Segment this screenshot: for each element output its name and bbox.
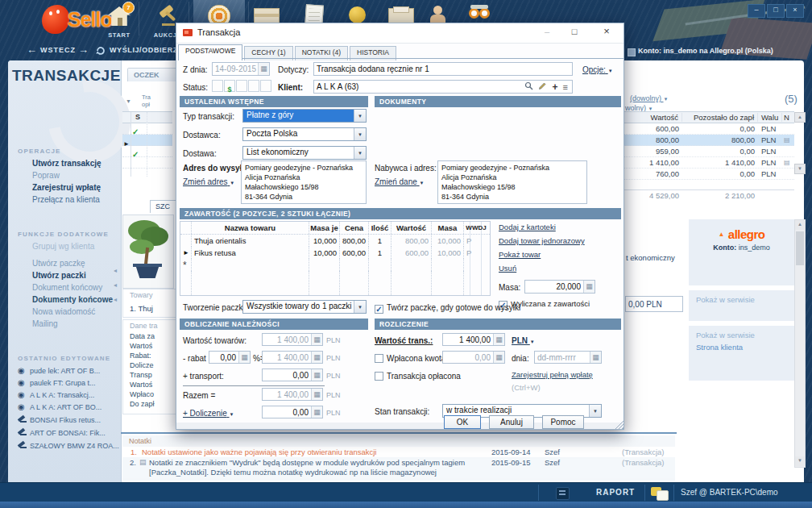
pokaz-towar-link[interactable]: Pokaż towar xyxy=(499,250,541,259)
checkbox-unchecked-icon[interactable] xyxy=(375,372,383,381)
sync-icon[interactable] xyxy=(95,44,106,59)
dialog-minimize-button[interactable]: – xyxy=(533,23,561,41)
chevron-down-icon[interactable]: ▼ xyxy=(354,301,366,313)
item-row-2-selected[interactable]: ► Fikus retusa 10,000 600,00 1 600,00 10… xyxy=(180,247,490,259)
dialog-maximize-button[interactable]: □ xyxy=(561,23,588,41)
chevron-down-icon[interactable]: ▼ xyxy=(354,110,366,122)
collapse-arrow-icon[interactable]: ◂ xyxy=(114,296,117,303)
scroll-up-button[interactable]: ▲ xyxy=(794,112,806,123)
search-icon[interactable] xyxy=(522,81,536,92)
main-scrollbar[interactable]: ▲ xyxy=(794,219,806,468)
recent-item-7[interactable]: SZAŁOWY BMW Z4 ROA... xyxy=(30,442,119,450)
klient-field[interactable]: A L K A (63) + ≡ xyxy=(313,80,573,94)
filter-icon[interactable]: ▼ xyxy=(126,98,131,104)
usun-link[interactable]: Usuń xyxy=(499,264,516,273)
checkbox-checked-icon[interactable]: ✓ xyxy=(375,305,383,314)
collapse-arrow-icon[interactable]: ◂ xyxy=(114,281,117,289)
zarejestruj-wplate-link[interactable]: Zarejestruj pełną wpłatę xyxy=(512,370,593,379)
table-row[interactable]: 1 410,00 1 410,00 PLN ▤ xyxy=(624,157,794,169)
window-maximize-button[interactable]: □ xyxy=(767,4,785,18)
item-row-new[interactable]: * xyxy=(180,259,490,271)
status-flag-4[interactable] xyxy=(248,80,259,92)
recent-item-5[interactable]: BONSAI Fikus retus... xyxy=(30,416,101,424)
scroll-up-button[interactable]: ▲ xyxy=(795,220,805,230)
dotyczy-field[interactable]: Transakcja dodana ręcznie nr 1 xyxy=(313,62,573,76)
chat-icon[interactable] xyxy=(651,486,672,499)
wartosc-trans-field[interactable]: 1 400,00▦ xyxy=(442,333,505,346)
tab-oczekujace[interactable]: OCZEK xyxy=(127,68,177,81)
checkbox-unchecked-icon[interactable] xyxy=(375,354,383,363)
recent-item-2[interactable]: paulek FT: Grupa t... xyxy=(30,379,96,387)
dodaj-towar-jednorazowy-link[interactable]: Dodaj towar jednorazowy xyxy=(499,236,585,245)
calculator-icon[interactable]: ▦ xyxy=(493,334,504,345)
recent-item-3[interactable]: A L K A: Transakcj... xyxy=(30,391,94,399)
towary-item[interactable]: 1. Thuj xyxy=(130,304,153,313)
masa-field[interactable]: 20,000▦ xyxy=(524,280,595,294)
wplacona-checkbox[interactable]: Wpłacona kwota: xyxy=(375,354,448,363)
table-row[interactable]: 959,00 0,00 PLN xyxy=(624,146,794,157)
calculator-icon[interactable]: ▦ xyxy=(311,406,322,418)
status-flag-paid[interactable]: $ xyxy=(224,80,235,92)
recent-item-1[interactable]: pude lek: ART OF B... xyxy=(30,367,100,375)
item-row-1[interactable]: Thuja orientalis 10,000 800,00 1 800,00 … xyxy=(180,235,490,247)
tworzenie-paczki-select[interactable]: Wszystkie towary do 1 paczki▼ xyxy=(242,300,367,314)
dodaj-z-kartoteki-link[interactable]: Dodaj z kartoteki xyxy=(499,223,556,231)
sidebar-item-utworz-paczki[interactable]: Utwórz paczki xyxy=(32,271,86,280)
raport-button[interactable]: RAPORT xyxy=(596,488,635,497)
rabat-field[interactable]: 0,00▦ xyxy=(209,351,251,364)
collapse-arrow-icon[interactable]: ◂ xyxy=(114,267,117,274)
sidebar-item-zarejestruj-wplate[interactable]: Zarejestruj wpłatę xyxy=(32,183,101,192)
chevron-down-icon[interactable]: ▼ xyxy=(589,405,601,417)
list-filter-1[interactable]: (dowolny) ▼ xyxy=(630,94,668,102)
status-flag-3[interactable] xyxy=(236,80,247,92)
note-row-1[interactable]: 1. Notatki ustawione jako ważne pojawiaj… xyxy=(122,447,675,457)
sidebar-item-utworz-transakcje[interactable]: Utwórz transakcję xyxy=(32,159,102,168)
pomoc-button[interactable]: Pomoc xyxy=(542,415,584,429)
scroll-down-button[interactable]: ▼ xyxy=(794,164,806,174)
dostawa-select[interactable]: List ekonomiczny▼ xyxy=(242,146,367,160)
note-row-2[interactable]: 2. ▤ Notatki ze znacznikiem "Wydruk" będ… xyxy=(122,457,675,478)
ok-button[interactable]: OK xyxy=(444,415,481,429)
sidebar-item-mailing[interactable]: Mailing xyxy=(32,319,58,328)
calculator-icon[interactable]: ▦ xyxy=(238,352,250,363)
anuluj-button[interactable]: Anuluj xyxy=(489,415,534,429)
calculator-icon[interactable]: ▦ xyxy=(311,369,322,381)
edit-pencil-icon[interactable] xyxy=(536,81,549,92)
list-icon[interactable]: ≡ xyxy=(561,82,572,92)
chevron-down-icon[interactable]: ▼ xyxy=(354,147,366,159)
sidebar-item-utworz-paczke[interactable]: Utwórz paczkę xyxy=(32,259,85,268)
window-close-button[interactable]: × xyxy=(786,4,804,18)
transport-field[interactable]: 0,00▦ xyxy=(262,369,323,381)
scroll-thumb[interactable] xyxy=(796,231,804,265)
sidebar-item-dokumenty-koncowe[interactable]: Dokumenty końcowe xyxy=(32,295,113,304)
sidebar-item-grupuj[interactable]: Grupuj wg klienta xyxy=(32,242,94,251)
opcje-link[interactable]: Opcje: ▼ xyxy=(582,65,613,74)
show-in-service-link-2[interactable]: Pokaż w serwisie xyxy=(696,331,755,339)
typ-transakcji-select[interactable]: Płatne z góry▼ xyxy=(242,109,367,123)
zmien-adres-link[interactable]: Zmień adres ▼ xyxy=(183,177,234,186)
table-row[interactable]: 600,00 0,00 PLN xyxy=(624,123,794,135)
window-minimize-button[interactable]: – xyxy=(748,4,765,18)
z-dnia-field[interactable]: 14-09-2015▦ xyxy=(212,62,270,76)
scroll-down-button[interactable]: ▼ xyxy=(795,456,805,466)
recent-item-4[interactable]: A L K A: ART OF BO... xyxy=(30,403,102,411)
add-icon[interactable]: + xyxy=(549,81,561,93)
client-page-link[interactable]: Strona klienta xyxy=(696,343,743,352)
table-row-selected[interactable]: 800,00 800,00 PLN ▤ xyxy=(624,135,794,146)
chevron-down-icon[interactable]: ▼ xyxy=(354,128,366,140)
dostawca-select[interactable]: Poczta Polska▼ xyxy=(242,127,367,141)
doliczenie-link[interactable]: + Doliczenie ▼ xyxy=(183,409,234,418)
pln-currency-link[interactable]: PLN ▼ xyxy=(512,336,535,345)
sidebar-item-nowa-wiadomosc[interactable]: Nowa wiadomość xyxy=(32,307,95,316)
nav-back-label[interactable]: WSTECZ xyxy=(40,46,76,54)
tab-podstawowe[interactable]: PODSTAWOWE xyxy=(178,44,242,60)
send-receive-label[interactable]: WYŚLIJ/ODBIERZ xyxy=(110,46,178,54)
toolbar-start-button[interactable]: 7 START xyxy=(100,2,139,39)
sidebar-item-popraw[interactable]: Popraw xyxy=(32,171,60,180)
show-in-service-link[interactable]: Pokaż w serwisie xyxy=(696,295,755,304)
nav-back-icon[interactable]: ← xyxy=(27,44,37,56)
recent-item-6[interactable]: ART OF BONSAI: Fik... xyxy=(30,429,106,437)
dialog-close-button[interactable]: × xyxy=(590,23,624,41)
status-flag-5[interactable] xyxy=(260,80,271,92)
tab-szczegoly[interactable]: SZC xyxy=(150,200,177,213)
